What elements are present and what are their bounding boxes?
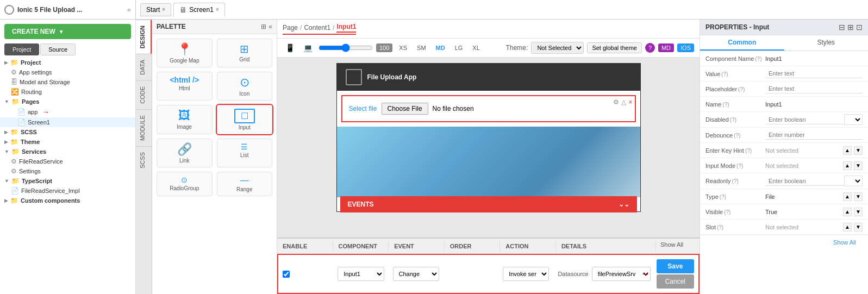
breakpoint-sm[interactable]: SM [414, 43, 429, 52]
prop-split-v-icon[interactable]: ⊞ [847, 23, 854, 32]
prop-input-placeholder[interactable] [765, 84, 863, 93]
tree-model-storage[interactable]: 🗄 Model and Storage [0, 77, 135, 87]
tree-settings[interactable]: ⚙ Settings [0, 166, 135, 176]
stepper-down-input-mode[interactable]: ▼ [854, 161, 863, 170]
theme-select[interactable]: Not Selected [531, 42, 584, 54]
breadcrumb-input1[interactable]: Input1 [336, 23, 356, 33]
no-file-text: No file chosen [433, 105, 474, 112]
close-icon[interactable]: × [628, 98, 632, 106]
tab-start[interactable]: Start × [140, 3, 171, 16]
canvas-toolbar: Page / Content1 / Input1 [277, 20, 700, 39]
tab-start-close[interactable]: × [162, 7, 165, 12]
palette-item-google-map[interactable]: 📍 Google Map [157, 39, 213, 67]
stepper-up-input-mode[interactable]: ▲ [843, 161, 852, 170]
settings-icon[interactable]: ⚙ [613, 98, 619, 106]
source-tab[interactable]: Source [40, 43, 76, 55]
stepper-down-slot[interactable]: ▼ [854, 223, 863, 232]
prop-input-readonly[interactable] [765, 177, 844, 186]
cancel-button[interactable]: Cancel [657, 274, 694, 289]
arrow-red-icon: → [42, 108, 49, 116]
tree-app[interactable]: 📄 app → [0, 107, 135, 117]
phone-device-btn[interactable]: 📱 [283, 42, 297, 53]
palette-item-google-map-label: Google Map [170, 58, 199, 64]
prop-tab-styles[interactable]: Styles [784, 35, 869, 51]
tree-typescript[interactable]: ▼ 📁 TypeScript [0, 176, 135, 186]
events-event-select[interactable]: Change [393, 267, 439, 281]
stepper-up-visible[interactable]: ▲ [843, 208, 852, 216]
events-enable-checkbox[interactable] [283, 271, 290, 278]
breakpoint-xs[interactable]: XS [396, 43, 410, 52]
palette-item-link[interactable]: 🔗 Link [157, 139, 213, 167]
events-component-select[interactable]: Input1 [338, 267, 384, 281]
events-action-select[interactable]: Invoke service [503, 267, 549, 281]
palette-item-grid[interactable]: ⊞ Grid [217, 39, 273, 67]
show-all-button[interactable]: Show All [656, 240, 688, 249]
tree-routing[interactable]: 🔀 Routing [0, 87, 135, 97]
tab-screen1-close[interactable]: × [216, 7, 219, 12]
tree-services[interactable]: ▼ 📁 Services [0, 147, 135, 157]
tree-filereadservice-impl[interactable]: 📄 FileReadService_Impl [0, 186, 135, 196]
palette-item-icon[interactable]: ⊙ Icon [217, 72, 273, 101]
prop-select-disabled[interactable] [844, 114, 863, 125]
tree-custom-components[interactable]: ▶ 📁 Custom components [0, 196, 135, 205]
warning-icon[interactable]: △ [621, 98, 626, 106]
vtab-module[interactable]: MODULE [136, 109, 152, 146]
breakpoint-xl[interactable]: XL [469, 43, 483, 52]
prop-select-readonly[interactable] [844, 176, 863, 186]
stepper-down-visible[interactable]: ▼ [854, 208, 863, 216]
palette-collapse-icon[interactable]: « [268, 23, 272, 30]
zoom-slider[interactable] [319, 43, 373, 52]
ios-badge[interactable]: IOS [677, 43, 694, 52]
tree-pages[interactable]: ▼ 📁 Pages [0, 97, 135, 107]
palette-item-image[interactable]: 🖼 Image [157, 105, 213, 134]
tablet-device-btn[interactable]: 💻 [301, 42, 315, 53]
breadcrumb-page[interactable]: Page [283, 24, 298, 32]
prop-input-value[interactable] [765, 69, 863, 78]
vtab-scss[interactable]: SCSS [136, 146, 152, 174]
tree-project[interactable]: ▶ 📁 Project [0, 58, 135, 67]
stepper-up-enter-key-hint[interactable]: ▲ [843, 146, 852, 155]
prop-input-debounce[interactable] [765, 130, 863, 140]
palette-item-radiogroup[interactable]: ⊙ RadioGroup [157, 172, 213, 196]
tree-filereadservice[interactable]: ⚙ FileReadService [0, 157, 135, 166]
stepper-down-type[interactable]: ▼ [854, 192, 863, 201]
phone-image [337, 127, 640, 197]
tab-screen1[interactable]: 🖥 Screen1 × [173, 3, 225, 17]
help-icon[interactable]: ? [645, 43, 655, 53]
image-icon: 🖼 [178, 109, 190, 123]
tree-scss[interactable]: ▶ 📁 SCSS [0, 127, 135, 137]
save-button[interactable]: Save [657, 259, 694, 273]
events-bar[interactable]: EVENTS ⌄⌄ [341, 197, 636, 211]
vtab-design[interactable]: DESIGN [136, 20, 152, 54]
vtab-data[interactable]: DATA [136, 54, 152, 80]
breakpoint-lg[interactable]: LG [452, 43, 466, 52]
collapse-sidebar-icon[interactable]: « [127, 6, 131, 14]
choose-file-button[interactable]: Choose File [382, 103, 428, 115]
breakpoint-md[interactable]: MD [433, 43, 448, 52]
prop-split-h-icon[interactable]: ⊟ [839, 23, 845, 32]
canvas-main: File Upload App Select file Choose File … [277, 58, 700, 294]
create-new-button[interactable]: CREATE NEW ▼ [4, 24, 131, 39]
stepper-down-enter-key-hint[interactable]: ▼ [854, 146, 863, 155]
stepper-up-slot[interactable]: ▲ [843, 223, 852, 232]
prop-label-readonly: Readonly(?) [705, 178, 765, 184]
stepper-up-type[interactable]: ▲ [843, 192, 852, 201]
prop-input-disabled[interactable] [765, 115, 844, 124]
breadcrumb-content1[interactable]: Content1 [304, 24, 330, 32]
palette-item-list[interactable]: ☰ List [217, 139, 273, 167]
tree-app-settings[interactable]: ⚙ App settings [0, 67, 135, 77]
prop-tab-common[interactable]: Common [700, 35, 784, 51]
set-global-theme-button[interactable]: Set global theme [587, 42, 642, 53]
tree-screen1[interactable]: 📄 Screen1 [0, 117, 135, 127]
tree-pages-label: Pages [22, 98, 39, 105]
prop-expand-icon[interactable]: ⊡ [856, 23, 863, 32]
prop-show-all-button[interactable]: Show All [829, 237, 860, 247]
tree-theme[interactable]: ▶ 📁 Theme [0, 137, 135, 147]
vtab-code[interactable]: CODE [136, 80, 152, 109]
md-badge[interactable]: MD [658, 43, 674, 52]
project-tab[interactable]: Project [4, 43, 39, 55]
palette-item-input[interactable]: ☐ Input [217, 105, 273, 134]
palette-item-range[interactable]: — Range [217, 172, 273, 196]
palette-item-html[interactable]: <html /> Html [157, 72, 213, 101]
palette-grid-icon[interactable]: ⊞ [261, 23, 266, 30]
